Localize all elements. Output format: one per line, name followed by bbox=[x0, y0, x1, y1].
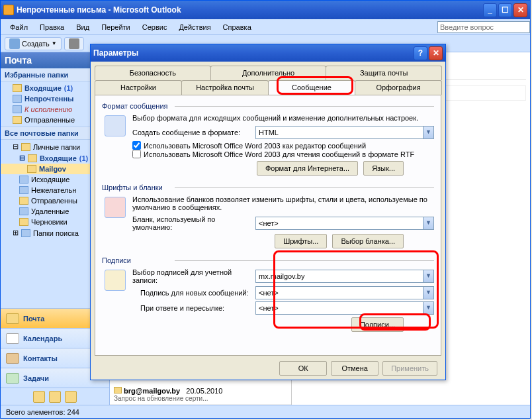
options-dialog: Параметры ? ✕ Безопасность Дополнительно… bbox=[90, 44, 446, 380]
tab-mailprotect[interactable]: Защита почты bbox=[326, 66, 442, 80]
minimize-button[interactable]: _ bbox=[483, 3, 497, 17]
dialog-titlebar[interactable]: Параметры ? ✕ bbox=[91, 44, 445, 62]
folder-icon bbox=[13, 105, 22, 113]
maximize-button[interactable]: ☐ bbox=[498, 3, 512, 17]
nav-shortcut-2[interactable] bbox=[49, 391, 61, 403]
menu-file[interactable]: Файл bbox=[5, 22, 33, 32]
folder-icon bbox=[13, 116, 22, 124]
mail-icon bbox=[114, 387, 122, 394]
tab-security[interactable]: Безопасность bbox=[95, 66, 211, 80]
contacts-icon bbox=[6, 353, 19, 364]
chevron-down-icon: ▼ bbox=[423, 217, 433, 229]
ok-button[interactable]: ОК bbox=[279, 361, 327, 376]
app-icon bbox=[3, 5, 14, 15]
folder-icon bbox=[13, 84, 22, 92]
folder-icon bbox=[19, 186, 28, 194]
sig-reply-combo[interactable]: <нет>▼ bbox=[255, 301, 434, 315]
fonts-desc: Использование бланков позволяет изменить… bbox=[132, 195, 434, 211]
fonts-icon bbox=[105, 197, 126, 218]
print-icon bbox=[69, 38, 79, 49]
menu-go[interactable]: Перейти bbox=[96, 22, 136, 32]
word-editor-checkbox[interactable]: Использовать Microsoft Office Word 2003 … bbox=[132, 141, 434, 150]
format-icon bbox=[105, 115, 126, 136]
menu-view[interactable]: Вид bbox=[71, 22, 95, 32]
window-title: Непрочтенные письма - Microsoft Outlook bbox=[17, 5, 483, 15]
create-button[interactable]: Создать▼ bbox=[5, 37, 62, 50]
group-format-title: Формат сообщения bbox=[102, 102, 434, 110]
calendar-icon bbox=[6, 333, 19, 344]
folder-icon bbox=[27, 165, 36, 173]
folder-icon bbox=[21, 143, 30, 151]
fonts-button[interactable]: Шрифты... bbox=[275, 234, 327, 248]
sig-new-combo[interactable]: <нет>▼ bbox=[255, 286, 434, 299]
dialog-help-button[interactable]: ? bbox=[414, 46, 427, 60]
tasks-icon bbox=[6, 373, 19, 384]
folder-icon bbox=[28, 154, 37, 162]
folder-icon bbox=[19, 176, 28, 184]
compose-format-combo[interactable]: HTML▼ bbox=[255, 126, 434, 139]
chevron-down-icon: ▼ bbox=[423, 270, 433, 282]
menu-tools[interactable]: Сервис bbox=[137, 22, 173, 32]
cancel-button[interactable]: Отмена bbox=[331, 361, 378, 376]
sig-account-label: Выбор подписей для учетной записи: bbox=[132, 268, 251, 284]
chevron-down-icon: ▼ bbox=[423, 287, 433, 299]
dialog-title: Параметры bbox=[93, 48, 414, 58]
message-row[interactable]: brg@mailgov.by 20.05.2010 Запрос на обно… bbox=[110, 385, 291, 405]
tab-mailsetup[interactable]: Настройка почты bbox=[181, 80, 269, 95]
tab-spelling[interactable]: Орфография bbox=[355, 80, 442, 95]
help-search-input[interactable] bbox=[437, 21, 530, 33]
sig-account-combo[interactable]: mx.mailgov.by▼ bbox=[255, 270, 434, 283]
signature-icon bbox=[105, 270, 126, 291]
tab-message[interactable]: Сообщение bbox=[268, 80, 355, 95]
status-bar: Всего элементов: 244 bbox=[1, 405, 530, 418]
print-button[interactable] bbox=[64, 37, 84, 50]
group-fonts-title: Шрифты и бланки bbox=[102, 184, 434, 191]
folder-icon bbox=[19, 218, 28, 226]
compose-label: Создать сообщение в формате: bbox=[132, 129, 251, 136]
language-button[interactable]: Язык... bbox=[363, 161, 404, 176]
menu-actions[interactable]: Действия bbox=[173, 22, 216, 32]
folder-icon bbox=[19, 197, 28, 205]
folder-icon bbox=[13, 95, 22, 103]
folder-icon bbox=[19, 207, 28, 215]
default-stationery-combo[interactable]: <нет>▼ bbox=[255, 217, 434, 230]
menubar: Файл Правка Вид Перейти Сервис Действия … bbox=[1, 19, 530, 35]
sig-new-label: Подпись для новых сообщений: bbox=[132, 289, 251, 297]
folder-icon bbox=[21, 229, 30, 237]
tab-settings[interactable]: Настройки bbox=[95, 80, 182, 95]
chevron-down-icon: ▼ bbox=[423, 302, 433, 314]
menu-edit[interactable]: Правка bbox=[34, 22, 69, 32]
dialog-close-button[interactable]: ✕ bbox=[429, 46, 443, 60]
nav-shortcut-3[interactable] bbox=[65, 391, 77, 403]
nav-shortcut-1[interactable] bbox=[33, 391, 45, 403]
main-titlebar[interactable]: Непрочтенные письма - Microsoft Outlook … bbox=[1, 1, 530, 19]
chevron-down-icon: ▼ bbox=[423, 127, 433, 138]
signatures-button[interactable]: Подписи... bbox=[351, 317, 404, 332]
close-button[interactable]: ✕ bbox=[513, 3, 527, 17]
default-stationery-label: Бланк, используемый по умолчанию: bbox=[132, 215, 251, 231]
word-reader-checkbox[interactable]: Использовать Microsoft Office Word 2003 … bbox=[132, 150, 434, 158]
new-mail-icon bbox=[9, 38, 20, 49]
tab-additional[interactable]: Дополнительно bbox=[210, 66, 327, 80]
mail-icon bbox=[6, 313, 19, 324]
stationery-button[interactable]: Выбор бланка... bbox=[332, 234, 404, 248]
internet-format-button[interactable]: Формат для Интернета... bbox=[257, 161, 358, 176]
menu-help[interactable]: Справка bbox=[218, 22, 257, 32]
sig-reply-label: При ответе и пересылке: bbox=[132, 304, 251, 312]
group-sig-title: Подписи bbox=[102, 256, 434, 264]
apply-button: Применить bbox=[382, 361, 437, 376]
format-desc: Выбор формата для исходящих сообщений и … bbox=[132, 114, 434, 122]
